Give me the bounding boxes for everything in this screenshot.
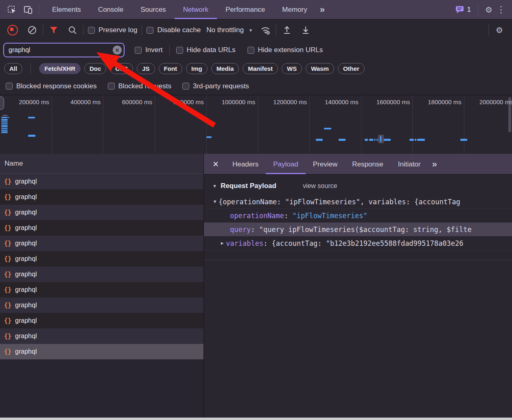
clear-filter-icon[interactable]: ✕ (113, 46, 122, 55)
name-column-header[interactable]: Name (0, 154, 203, 174)
request-row[interactable]: {}graphql (0, 205, 203, 220)
payload-row[interactable]: operationName: "ipFlowTimeseries" (204, 209, 512, 223)
request-row[interactable]: {}graphql (0, 220, 203, 236)
pill-media[interactable]: Media (211, 63, 239, 74)
blocked-requests-checkbox-group[interactable]: Blocked requests (108, 82, 171, 90)
tab-console[interactable]: Console (90, 0, 132, 19)
request-waterfall-bar (2, 115, 8, 116)
tab-elements[interactable]: Elements (44, 0, 90, 19)
request-waterfall-bar (376, 139, 376, 141)
resource-type-pills: AllFetch/XHRDocCSSJSFontImgMediaManifest… (0, 59, 512, 77)
hide-extension-urls-checkbox[interactable] (247, 47, 254, 54)
request-row[interactable]: {}graphql (0, 282, 203, 298)
disable-cache-checkbox[interactable] (147, 27, 153, 34)
more-tabs-icon[interactable]: » (316, 0, 328, 19)
third-party-requests-checkbox-group[interactable]: 3rd-party requests (182, 82, 249, 90)
detail-more-tabs-icon[interactable]: » (428, 154, 440, 174)
tab-memory[interactable]: Memory (274, 0, 315, 19)
preserve-log-checkbox[interactable] (88, 27, 95, 34)
third-party-requests-checkbox[interactable] (182, 83, 189, 90)
pill-fetch-xhr[interactable]: Fetch/XHR (39, 63, 81, 74)
request-row[interactable]: {}graphql (0, 298, 203, 313)
detail-tab-payload[interactable]: Payload (266, 154, 305, 174)
request-row[interactable]: {}graphql (0, 251, 203, 267)
device-toolbar-icon[interactable] (22, 4, 34, 16)
pill-img[interactable]: Img (186, 63, 208, 74)
preserve-log-checkbox-group[interactable]: Preserve log (88, 26, 137, 34)
request-row[interactable]: {}graphql (0, 313, 203, 328)
tab-sources[interactable]: Sources (132, 0, 174, 19)
fetch-request-icon: {} (4, 255, 11, 262)
request-row[interactable]: {}graphql (0, 328, 203, 344)
request-waterfall-bar (316, 139, 323, 141)
detail-tab-preview[interactable]: Preview (306, 154, 345, 174)
export-har-icon[interactable] (281, 24, 293, 36)
request-name: graphql (15, 302, 37, 309)
payload-value: "query ipFlowTimeseries($accountTag: str… (259, 225, 472, 234)
tab-performance[interactable]: Performance (217, 0, 274, 19)
payload-row[interactable]: ▶variables: {accountTag: "b12e3b2192ee55… (204, 236, 512, 250)
request-waterfall-bar (1, 132, 8, 133)
filter-input[interactable] (3, 43, 125, 57)
request-row[interactable]: {}graphql (0, 174, 203, 189)
pill-font[interactable]: Font (159, 63, 182, 74)
pill-other[interactable]: Other (338, 63, 365, 74)
hide-data-urls-checkbox-group[interactable]: Hide data URLs (176, 46, 236, 54)
blocked-response-cookies-checkbox-group[interactable]: Blocked response cookies (6, 82, 97, 90)
request-row[interactable]: {}graphql (0, 344, 203, 359)
request-waterfall-bar (1, 130, 8, 131)
request-waterfall-bar (1, 120, 8, 122)
inspect-element-icon[interactable] (6, 4, 18, 16)
timeline-gridline (155, 95, 155, 154)
devtools-main-toolbar: ElementsConsoleSourcesNetworkPerformance… (0, 0, 512, 20)
close-details-icon[interactable]: ✕ (210, 158, 222, 170)
collapsed-arrow-icon[interactable]: ▶ (219, 241, 226, 246)
timeline-gridline (309, 95, 310, 154)
record-network-log-icon[interactable] (7, 24, 19, 36)
request-name: graphql (15, 178, 37, 185)
issues-button[interactable]: 1 (455, 6, 471, 14)
payload-row[interactable]: query: "query ipFlowTimeseries($accountT… (204, 223, 512, 236)
request-waterfall-bar (1, 125, 8, 126)
hide-extension-urls-checkbox-group[interactable]: Hide extension URLs (247, 46, 323, 54)
overflow-menu-icon[interactable]: ⋮ (495, 4, 507, 16)
detail-tab-headers[interactable]: Headers (225, 154, 266, 174)
import-har-icon[interactable] (300, 24, 312, 36)
request-row[interactable]: {}graphql (0, 236, 203, 251)
request-name: graphql (15, 348, 37, 355)
detail-tab-initiator[interactable]: Initiator (391, 154, 428, 174)
pill-css[interactable]: CSS (110, 63, 133, 74)
pill-doc[interactable]: Doc (84, 63, 106, 74)
pill-wasm[interactable]: Wasm (306, 63, 334, 74)
pill-js[interactable]: JS (137, 63, 155, 74)
tab-network[interactable]: Network (175, 0, 217, 19)
pill-manifest[interactable]: Manifest (243, 63, 278, 74)
payload-tree: ▼{operationName: "ipFlowTimeseries", var… (204, 195, 512, 250)
request-row[interactable]: {}graphql (0, 189, 203, 205)
invert-checkbox-group[interactable]: Invert (135, 46, 163, 54)
expanded-arrow-icon[interactable]: ▼ (211, 199, 219, 204)
disable-cache-checkbox-group[interactable]: Disable cache (147, 26, 201, 34)
payload-row[interactable]: ▼{operationName: "ipFlowTimeseries", var… (204, 195, 512, 209)
blocked-requests-checkbox[interactable] (108, 83, 115, 90)
pill-all[interactable]: All (4, 63, 22, 74)
request-waterfall-bar (415, 139, 416, 141)
fetch-request-icon: {} (4, 240, 11, 247)
request-waterfall-bar (324, 128, 331, 129)
view-source-link[interactable]: view source (303, 182, 337, 190)
network-settings-gear-icon[interactable]: ⚙ (493, 24, 505, 36)
network-overview-timeline[interactable]: 200000 ms400000 ms600000 ms800000 ms1000… (0, 95, 512, 155)
blocked-response-cookies-checkbox[interactable] (6, 83, 13, 90)
request-row[interactable]: {}graphql (0, 267, 203, 282)
detail-tab-response[interactable]: Response (345, 154, 391, 174)
network-conditions-icon[interactable] (259, 24, 271, 36)
clear-network-log-icon[interactable] (26, 24, 38, 36)
section-expanded-arrow-icon[interactable]: ▼ (212, 184, 217, 188)
pill-ws[interactable]: WS (282, 63, 302, 74)
search-icon[interactable] (66, 24, 79, 36)
throttling-select[interactable]: No throttling ▼ (206, 26, 253, 34)
settings-gear-icon[interactable]: ⚙ (483, 4, 495, 16)
hide-data-urls-checkbox[interactable] (176, 47, 183, 54)
filter-icon[interactable] (48, 24, 60, 36)
invert-checkbox[interactable] (135, 47, 142, 54)
